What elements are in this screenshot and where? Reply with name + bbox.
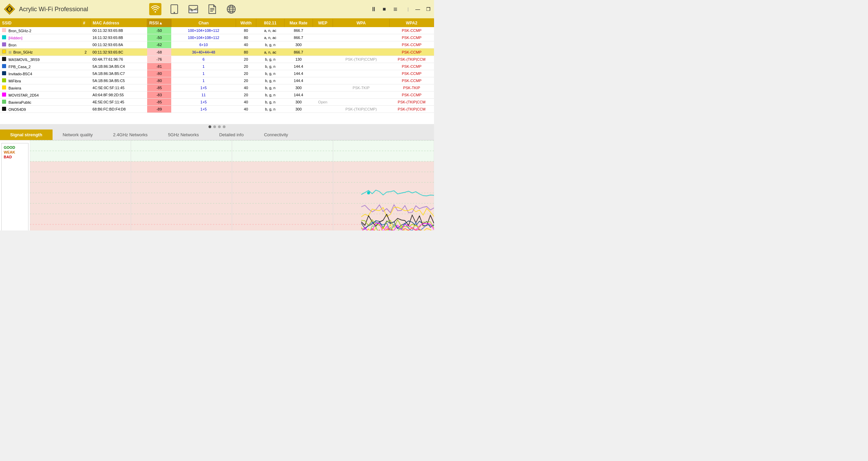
col-proto[interactable]: 802.11 — [256, 19, 284, 27]
cell-wpa2: PSK-CCMP — [389, 27, 434, 34]
table-row[interactable]: MiFibra 5A:1B:86:3A:B5:C5 -80 1 20 b, g,… — [0, 77, 434, 84]
window-controls: ⏸ ■ ≡ | — ❐ — [371, 5, 431, 13]
cell-ssid: MASMOVIL_3RS9 — [0, 56, 81, 63]
cell-chan: 1+5 — [171, 106, 236, 113]
globe-nav-button[interactable] — [225, 3, 237, 15]
cell-mac: 5A:1B:86:3A:B5:C7 — [91, 70, 147, 77]
titlebar: Acrylic Wi-Fi Professional — [0, 0, 434, 19]
cell-chan: 1 — [171, 77, 236, 84]
cell-chan: 6 — [171, 56, 236, 63]
restore-button[interactable]: ❐ — [426, 6, 431, 12]
cell-wpa2: PSK-CCMP — [389, 92, 434, 99]
cell-wep — [313, 92, 333, 99]
minimize-button[interactable]: — — [415, 6, 420, 12]
table-row[interactable]: MOVISTAR_2D54 A0:64:8F:98:2D:55 -83 11 2… — [0, 92, 434, 99]
document-nav-button[interactable] — [206, 3, 218, 15]
tab-dot-1[interactable] — [209, 125, 211, 128]
table-header: SSID # MAC Address RSSI▲ Chan Width 802.… — [0, 19, 434, 27]
cell-proto: b, g, n — [256, 106, 284, 113]
table-row[interactable]: BavieraPublic 4E:5E:0C:5F:11:45 -85 1+5 … — [0, 99, 434, 106]
table-row[interactable]: ONO54D9 68:B6:FC:BD:F4:D8 -89 1+5 40 b, … — [0, 106, 434, 113]
cell-proto: b, g, n — [256, 77, 284, 84]
table-row[interactable]: Baviera 4C:5E:0C:5F:11:45 -85 1+5 40 b, … — [0, 84, 434, 92]
col-wpa[interactable]: WPA — [333, 19, 390, 27]
cell-wep — [313, 77, 333, 84]
tab-5ghz[interactable]: 5GHz Networks — [158, 129, 209, 140]
table-row[interactable]: Bron_5GHz-2 00:11:32:93:65:8B -50 100+10… — [0, 27, 434, 34]
cell-wpa — [333, 34, 390, 41]
tab-signal-strength[interactable]: Signal strength — [0, 129, 53, 140]
tab-detailed-info[interactable]: Detailed info — [209, 129, 254, 140]
tab-network-quality[interactable]: Network quality — [53, 129, 103, 140]
cell-maxrate: 144.4 — [284, 77, 313, 84]
cell-proto: b, g, n — [256, 70, 284, 77]
cell-wep — [313, 84, 333, 92]
tab-connectivity[interactable]: Connectivity — [254, 129, 298, 140]
cell-num: 2 — [81, 48, 91, 56]
tablet-nav-button[interactable] — [168, 3, 180, 15]
pause-button[interactable]: ⏸ — [371, 6, 377, 13]
cell-chan: 1 — [171, 70, 236, 77]
cell-maxrate: 866.7 — [284, 48, 313, 56]
table-row[interactable]: Bron 00:11:32:93:65:8A -62 6+10 40 b, g,… — [0, 41, 434, 48]
cell-rssi: -68 — [147, 48, 171, 56]
stop-button[interactable]: ■ — [383, 6, 386, 12]
col-mac[interactable]: MAC Address — [91, 19, 147, 27]
col-num[interactable]: # — [81, 19, 91, 27]
tab-dot-3[interactable] — [218, 125, 221, 128]
cell-mac: 16:11:32:93:65:8B — [91, 34, 147, 41]
cell-rssi: -80 — [147, 70, 171, 77]
cell-proto: a, n, ac — [256, 27, 284, 34]
legend-good: GOOD — [4, 145, 26, 149]
chart-legend: GOOD WEAK BAD — [1, 143, 28, 230]
svg-rect-6 — [189, 10, 198, 13]
cell-wpa2: PSK-CCMP — [389, 41, 434, 48]
cell-wep — [313, 27, 333, 34]
col-wpa2[interactable]: WPA2 — [389, 19, 434, 27]
col-rssi[interactable]: RSSI▲ — [147, 19, 171, 27]
cell-mac: 5A:1B:86:3A:B5:C4 — [91, 63, 147, 70]
wifi-nav-button[interactable] — [149, 3, 161, 15]
cell-wpa — [333, 27, 390, 34]
cell-wpa2: PSK-(TKIP|CCM — [389, 99, 434, 106]
table-row[interactable]: Invitado-B5C4 5A:1B:86:3A:B5:C7 -80 1 20… — [0, 70, 434, 77]
cell-ssid: MiFibra — [0, 77, 81, 84]
tab-24ghz[interactable]: 2.4GHz Networks — [103, 129, 158, 140]
cell-chan: 11 — [171, 92, 236, 99]
cell-ssid: [Hidden] — [0, 34, 81, 41]
cell-rssi: -81 — [147, 63, 171, 70]
cell-maxrate: 144.4 — [284, 92, 313, 99]
col-width[interactable]: Width — [236, 19, 256, 27]
col-ssid[interactable]: SSID — [0, 19, 81, 27]
tab-dot-2[interactable] — [213, 125, 216, 128]
table-row[interactable]: ⊞ Bron_5GHz 2 00:11:32:93:65:8C -68 36+4… — [0, 48, 434, 56]
chart-container: GOOD WEAK BAD 0 -10 -20 -30 -40 -50 -60 … — [0, 140, 434, 230]
cell-num — [81, 56, 91, 63]
cell-chan: 1+5 — [171, 99, 236, 106]
chart-area: 0 -10 -20 -30 -40 -50 -60 -70 -80 -90 -1… — [30, 140, 434, 230]
table-row[interactable]: FPB_Casa_2 5A:1B:86:3A:B5:C4 -81 1 20 b,… — [0, 63, 434, 70]
inbox-nav-button[interactable] — [187, 3, 199, 15]
cell-wpa2: PSK-(TKIP|CCM — [389, 106, 434, 113]
cell-proto: b, g, n — [256, 41, 284, 48]
cell-rssi: -89 — [147, 106, 171, 113]
cell-maxrate: 144.4 — [284, 70, 313, 77]
svg-point-4 — [174, 12, 175, 13]
table-row[interactable]: [Hidden] 16:11:32:93:65:8B -50 100+104+1… — [0, 34, 434, 41]
cell-width: 40 — [236, 106, 256, 113]
cell-proto: b, g, n — [256, 63, 284, 70]
cell-width: 80 — [236, 34, 256, 41]
col-maxrate[interactable]: Max Rate — [284, 19, 313, 27]
cell-width: 20 — [236, 77, 256, 84]
table-row[interactable]: MASMOVIL_3RS9 00:4A:77:61:96:76 -76 6 20… — [0, 56, 434, 63]
cell-maxrate: 300 — [284, 99, 313, 106]
cell-mac: A0:64:8F:98:2D:55 — [91, 92, 147, 99]
cell-width: 40 — [236, 41, 256, 48]
cell-num — [81, 63, 91, 70]
col-chan[interactable]: Chan — [171, 19, 236, 27]
signal-chart-canvas — [30, 140, 434, 230]
col-wep[interactable]: WEP — [313, 19, 333, 27]
tab-dot-4[interactable] — [223, 125, 225, 128]
menu-button[interactable]: ≡ — [393, 5, 397, 13]
cell-width: 40 — [236, 84, 256, 92]
